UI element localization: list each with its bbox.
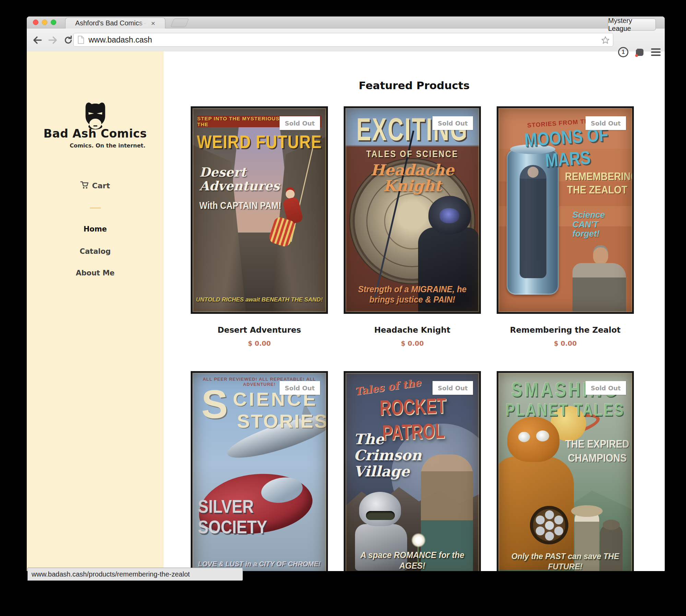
product-card-desert-adventures[interactable]: STEP INTO THE MYSTERIOUS WORLD OF THE WE… <box>191 106 328 347</box>
sidebar-item-catalog[interactable]: Catalog <box>27 247 164 256</box>
sidebar-item-home[interactable]: Home <box>27 225 164 233</box>
sold-out-badge: Sold Out <box>280 116 320 130</box>
tab-title: Ashford's Bad Comics – Ash <box>75 19 148 27</box>
zoom-window-button[interactable] <box>51 20 56 25</box>
new-tab-button[interactable] <box>170 19 189 27</box>
page-viewport: Bad Ash Comics Comics. On the internet. … <box>27 51 665 571</box>
logo-mask-icon[interactable] <box>27 101 164 130</box>
browser-window: Ashford's Bad Comics – Ash × Mystery Lea… <box>27 16 665 571</box>
back-button[interactable] <box>32 35 43 45</box>
sidebar-item-about-me[interactable]: About Me <box>27 269 164 277</box>
product-cover[interactable]: ALL PEER REVIEWED! ALL REPEATABLE! ALL A… <box>191 371 328 571</box>
browser-toolbar: www.badash.cash 1 <box>27 28 665 52</box>
sold-out-badge: Sold Out <box>586 381 626 395</box>
cover-tagline: LOVE & LUST in a CITY OF CHROME! <box>195 560 323 568</box>
brand-title[interactable]: Bad Ash Comics <box>27 127 164 140</box>
cart-label: Cart <box>92 181 110 190</box>
product-title[interactable]: Desert Adventures <box>191 325 328 334</box>
cart-icon <box>80 181 89 191</box>
product-card[interactable]: Tales of the ROCKET PATROL The Crimson V… <box>344 371 481 571</box>
status-bar: www.badash.cash/products/remembering-the… <box>27 568 243 581</box>
product-price: $ 0.00 <box>344 340 481 347</box>
sold-out-badge: Sold Out <box>586 116 626 130</box>
minimize-window-button[interactable] <box>42 20 47 25</box>
cover-title: The Crimson Village <box>354 431 439 479</box>
close-tab-icon[interactable]: × <box>151 20 155 27</box>
brand-tagline: Comics. On the internet. <box>70 142 145 149</box>
main-content: Featured Products STEP INTO THE MYS <box>164 51 665 571</box>
cover-script-title: Headache Knight <box>354 162 470 194</box>
cover-tagline: A space ROMANCE for the AGES! <box>347 550 477 571</box>
close-window-button[interactable] <box>33 20 38 25</box>
cart-link[interactable]: Cart <box>27 181 164 191</box>
sidebar-divider <box>90 208 101 209</box>
product-cover[interactable]: EXCITING TALES OF SCIENCE Headache Knigh… <box>344 106 481 314</box>
mystery-league-button[interactable]: Mystery League <box>608 19 656 31</box>
cover-title: SILVER SOCIETY <box>198 496 285 537</box>
cover-masthead: WEIRD FUTURE <box>194 131 324 153</box>
product-card[interactable]: SMASHING PLANET TALES THE EXPIRED CHAMPI… <box>497 371 634 571</box>
product-price: $ 0.00 <box>191 340 328 347</box>
cover-note: Science CAN'T forget! <box>572 210 618 239</box>
cover-tagline: UNTOLD RICHES await BENEATH THE SAND! <box>196 296 323 303</box>
url-bar[interactable]: www.badash.cash <box>73 33 613 47</box>
url-text[interactable]: www.badash.cash <box>88 35 601 45</box>
cover-tagline: Only the PAST can save THE FUTURE! <box>500 552 630 571</box>
cover-masthead-line2: PLANET TALES <box>498 400 632 419</box>
window-controls <box>33 20 56 25</box>
product-title[interactable]: Headache Knight <box>344 325 481 334</box>
forward-button[interactable] <box>48 35 58 45</box>
tab-strip: Ashford's Bad Comics – Ash × <box>27 16 665 28</box>
cover-script-title: Desert Adventures <box>199 166 280 193</box>
sold-out-badge: Sold Out <box>433 381 473 395</box>
product-cover[interactable]: Tales of the ROCKET PATROL The Crimson V… <box>344 371 481 571</box>
sidebar: Bad Ash Comics Comics. On the internet. … <box>27 51 164 571</box>
product-title[interactable]: Remembering the Zealot <box>497 325 634 334</box>
onepassword-icon[interactable]: 1 <box>618 47 628 57</box>
cover-strip: TALES OF SCIENCE <box>345 149 479 159</box>
cover-subtitle: With CAPTAIN PAM! <box>199 199 288 211</box>
product-card-remembering-the-zealot[interactable]: STORIES FROM THE MOONS OF MARS REMEMBERI… <box>497 106 634 347</box>
cover-title: REMEMBERING THE ZEALOT <box>565 170 629 197</box>
bookmark-star-icon[interactable] <box>601 36 610 44</box>
cover-tagline: Strength of a MIGRAINE, he brings justic… <box>348 284 476 305</box>
product-price: $ 0.00 <box>497 340 634 347</box>
cover-title: THE EXPIRED CHAMPIONS <box>565 437 629 465</box>
product-card[interactable]: ALL PEER REVIEWED! ALL REPEATABLE! ALL A… <box>191 371 328 571</box>
sold-out-badge: Sold Out <box>433 116 473 130</box>
sold-out-badge: Sold Out <box>280 381 320 395</box>
product-grid: STEP INTO THE MYSTERIOUS WORLD OF THE WE… <box>191 106 634 571</box>
cover-masthead-line2: STORIES <box>237 410 328 432</box>
product-cover[interactable]: SMASHING PLANET TALES THE EXPIRED CHAMPI… <box>497 371 634 571</box>
product-cover[interactable]: STORIES FROM THE MOONS OF MARS REMEMBERI… <box>497 106 634 314</box>
screenshot-stage: Ashford's Bad Comics – Ash × Mystery Lea… <box>0 0 686 616</box>
menu-icon[interactable] <box>651 48 661 56</box>
page-icon <box>78 36 84 44</box>
cover-masthead-initial: S <box>201 384 228 424</box>
browser-tab[interactable]: Ashford's Bad Comics – Ash × <box>65 17 165 28</box>
reload-button[interactable] <box>63 35 73 45</box>
product-card-headache-knight[interactable]: EXCITING TALES OF SCIENCE Headache Knigh… <box>344 106 481 347</box>
page-title: Featured Products <box>164 79 665 92</box>
evernote-icon[interactable] <box>634 47 645 58</box>
product-cover[interactable]: STEP INTO THE MYSTERIOUS WORLD OF THE WE… <box>191 106 328 314</box>
